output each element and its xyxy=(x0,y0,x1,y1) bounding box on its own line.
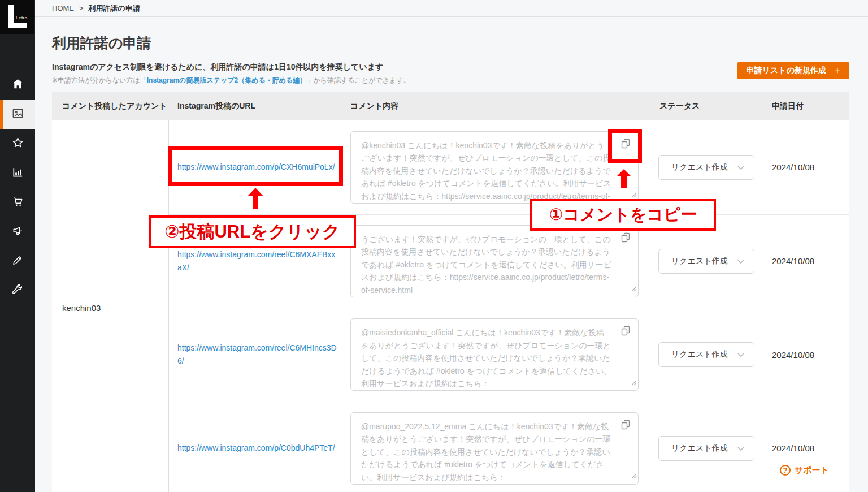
copy-annotation-label: ①コメントをコピー xyxy=(530,199,716,231)
table-header-row: コメント投稿したアカウント Instagram投稿のURL コメント内容 ステー… xyxy=(52,92,849,120)
status-dropdown[interactable]: リクエスト作成 xyxy=(658,155,754,180)
logo-text: Letro xyxy=(16,15,28,20)
header-url: Instagram投稿のURL xyxy=(169,101,344,111)
resize-handle-icon[interactable] xyxy=(631,283,637,296)
sidebar-nav xyxy=(0,70,35,305)
header-comment: コメント内容 xyxy=(344,101,647,111)
cart-icon xyxy=(11,195,24,210)
status-value: リクエスト作成 xyxy=(671,443,728,454)
arrow-up-icon xyxy=(617,169,631,190)
note-prefix: ※申請方法が分からない方は「 xyxy=(52,76,147,84)
note-suffix: 」から確認することができます。 xyxy=(306,76,410,84)
arrow-up-icon xyxy=(248,188,263,211)
bar-chart-icon xyxy=(11,166,24,181)
status-dropdown[interactable]: リクエスト作成 xyxy=(658,342,754,367)
request-date: 2024/10/08 xyxy=(760,443,849,453)
wrench-icon xyxy=(11,283,24,299)
header-status: ステータス xyxy=(647,101,760,111)
url-annotation-label: ②投稿URLをクリック xyxy=(149,215,356,248)
chevron-down-icon xyxy=(737,444,744,453)
question-mark-icon: ? xyxy=(780,465,791,476)
comment-text: うございます！突然ですが、ぜひプロモーションの一環として、この投稿内容を使用させ… xyxy=(361,235,611,295)
chevron-down-icon xyxy=(737,350,744,359)
header-account: コメント投稿したアカウント xyxy=(52,101,169,111)
sidebar-item-analytics[interactable] xyxy=(0,158,35,188)
sidebar-item-edit[interactable] xyxy=(0,247,35,276)
instagram-post-link[interactable]: https://www.instagram.com/p/C0bdUh4PTeT/ xyxy=(177,442,338,455)
image-icon xyxy=(11,107,24,122)
sidebar-item-campaign[interactable] xyxy=(0,217,35,247)
instagram-post-link[interactable]: https://www.instagram.com/reel/C6MXAEBxx… xyxy=(177,248,338,274)
url-highlight-box xyxy=(168,146,343,186)
home-icon xyxy=(11,77,24,93)
create-request-list-button[interactable]: 申請リストの新規作成 ＋ xyxy=(737,62,849,79)
status-value: リクエスト作成 xyxy=(671,162,728,172)
request-date: 2024/10/08 xyxy=(760,162,849,172)
sidebar-item-commerce[interactable] xyxy=(0,188,35,217)
guide-link[interactable]: Instagramの簡易版ステップ2（集める・貯める編） xyxy=(147,76,307,84)
chevron-down-icon xyxy=(737,163,744,172)
support-button[interactable]: ? サポート xyxy=(780,465,829,476)
resize-handle-icon[interactable] xyxy=(631,470,637,483)
create-button-label: 申請リストの新規作成 xyxy=(747,66,826,76)
breadcrumb-separator: > xyxy=(79,4,84,12)
comment-textarea[interactable]: @marupoo_2022.5.12_emma こんにちは！kenchin03で… xyxy=(350,412,639,485)
breadcrumb-current: 利用許諾の申請 xyxy=(89,3,140,14)
table-row: https://www.instagram.com/reel/C6MHIncs3… xyxy=(169,308,849,402)
support-label: サポート xyxy=(795,465,829,476)
breadcrumb-home-link[interactable]: HOME xyxy=(52,4,74,12)
instagram-post-link[interactable]: https://www.instagram.com/reel/C6MHIncs3… xyxy=(177,342,338,368)
page-title: 利用許諾の申請 xyxy=(52,34,868,53)
resize-handle-icon[interactable] xyxy=(631,377,637,390)
star-icon xyxy=(11,136,24,152)
request-date: 2024/10/08 xyxy=(760,350,849,360)
pencil-icon xyxy=(11,254,24,269)
sidebar-item-contents[interactable] xyxy=(0,100,35,129)
copy-highlight-box xyxy=(608,129,642,163)
breadcrumb: HOME > 利用許諾の申請 xyxy=(35,0,868,17)
plus-icon: ＋ xyxy=(833,65,842,77)
sidebar-item-home[interactable] xyxy=(0,70,35,100)
copy-icon[interactable] xyxy=(619,325,632,338)
comment-text: @marupoo_2022.5.12_emma こんにちは！kenchin03で… xyxy=(361,422,611,482)
chevron-down-icon xyxy=(737,257,744,266)
status-dropdown[interactable]: リクエスト作成 xyxy=(658,436,754,461)
comment-textarea[interactable]: @maisiedonkanha_official こんにちは！kenchin03… xyxy=(350,318,639,391)
table-row: https://www.instagram.com/p/C0bdUh4PTeT/… xyxy=(169,402,849,492)
header-date: 申請日付 xyxy=(760,101,849,111)
sidebar-item-favorites[interactable] xyxy=(0,129,35,158)
status-value: リクエスト作成 xyxy=(671,349,728,360)
status-dropdown[interactable]: リクエスト作成 xyxy=(658,249,754,274)
comment-textarea[interactable]: @kenchin03 こんにちは！kenchin03です！素敵な投稿をありがとう… xyxy=(350,131,639,204)
letro-logo[interactable]: Letro xyxy=(0,0,34,34)
copy-icon[interactable] xyxy=(619,419,632,431)
copy-icon[interactable] xyxy=(619,232,632,244)
request-date: 2024/10/08 xyxy=(760,256,849,266)
sidebar-item-settings[interactable] xyxy=(0,276,35,305)
sidebar: Letro xyxy=(0,0,35,492)
status-value: リクエスト作成 xyxy=(671,256,728,266)
comment-textarea[interactable]: うございます！突然ですが、ぜひプロモーションの一環として、この投稿内容を使用させ… xyxy=(350,225,639,297)
account-cell: kenchin03 xyxy=(52,120,169,492)
comment-text: @maisiedonkanha_official こんにちは！kenchin03… xyxy=(361,328,611,388)
comment-text: @kenchin03 こんにちは！kenchin03です！素敵な投稿をありがとう… xyxy=(361,141,611,201)
logo-l-shape xyxy=(8,23,27,28)
megaphone-icon xyxy=(11,225,24,240)
